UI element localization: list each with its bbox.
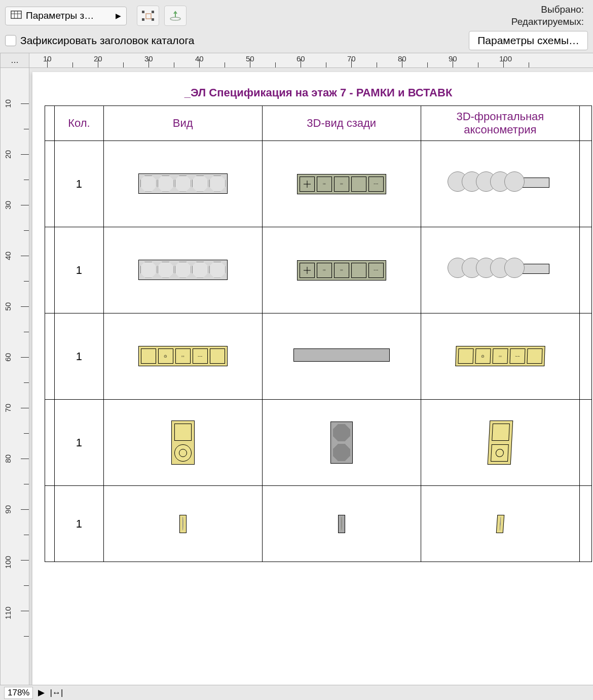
options-bar: Зафиксировать заголовок каталога Парамет… [0,29,593,53]
params-label: Параметры з… [26,10,112,21]
ruler-vertical[interactable]: 102030405060708090100110 [0,68,29,685]
header-kol: Кол. [55,106,103,141]
svg-rect-4 [142,11,144,13]
svg-rect-5 [152,11,154,13]
spec-title: _ЭЛ Спецификация на этаж 7 - РАМКИ и ВСТ… [45,82,592,106]
row4-view [103,400,262,486]
play-icon[interactable]: ▶ [38,687,45,698]
row3-axo: ⊙▫▫~~ [421,313,579,400]
scheme-params-button[interactable]: Параметры схемы… [469,31,588,50]
header-view: Вид [103,106,262,141]
params-dropdown[interactable]: Параметры з… ▶ [5,7,127,25]
ruler-corner[interactable]: … [0,53,29,68]
row1-axo [421,141,579,227]
row1-kol: 1 [55,141,103,227]
row3-view: ⊙▫▫~~ [103,313,262,400]
drawing-canvas[interactable]: _ЭЛ Спецификация на этаж 7 - РАМКИ и ВСТ… [29,68,593,685]
status-bar: 178% ▶ |↔| [0,685,593,700]
svg-rect-6 [142,18,144,21]
row1-view [103,141,262,227]
schedule-icon [11,10,22,22]
row3-back [262,313,421,400]
header-3d-back: 3D-вид сзади [262,106,421,141]
col-thin-right [579,106,591,141]
row5-back [262,486,421,562]
col-thin-left [45,106,55,141]
svg-point-9 [170,17,180,20]
row5-axo [421,486,579,562]
row4-kol: 1 [55,400,103,486]
row4-back [262,400,421,486]
header-3d-axo: 3D-фронтальная аксонометрия [421,106,579,141]
ruler-horizontal[interactable]: 102030405060708090100 [29,53,593,68]
row2-axo [421,227,579,313]
fit-width-icon[interactable]: |↔| [50,688,63,698]
chevron-right-icon: ▶ [116,12,121,20]
row5-kol: 1 [55,486,103,562]
row2-kol: 1 [55,227,103,313]
freeze-header-label: Зафиксировать заголовок каталога [20,34,194,47]
toolbar: Параметры з… ▶ Выбрано: Редактируемых: [0,0,593,29]
zoom-level[interactable]: 178% [4,687,33,699]
tool-icons [137,6,187,26]
selected-label: Выбрано: [511,4,584,16]
selection-tool-icon[interactable] [137,6,159,26]
selection-info: Выбрано: Редактируемых: [511,4,588,28]
specification-table: _ЭЛ Спецификация на этаж 7 - РАМКИ и ВСТ… [45,82,592,562]
checkbox-box [5,35,16,46]
layout-page: _ЭЛ Спецификация на этаж 7 - РАМКИ и ВСТ… [32,72,593,685]
insert-tool-icon[interactable] [164,6,187,26]
row3-kol: 1 [55,313,103,400]
freeze-header-checkbox[interactable]: Зафиксировать заголовок каталога [5,34,194,47]
row1-back: ▫▫▫▫~~ [262,141,421,227]
svg-marker-8 [146,14,151,19]
svg-rect-0 [11,11,21,18]
row2-view [103,227,262,313]
row4-axo [421,400,579,486]
svg-rect-7 [152,18,154,21]
row2-back: ▫▫▫▫~~ [262,227,421,313]
row5-view [103,486,262,562]
editable-label: Редактируемых: [511,16,584,28]
